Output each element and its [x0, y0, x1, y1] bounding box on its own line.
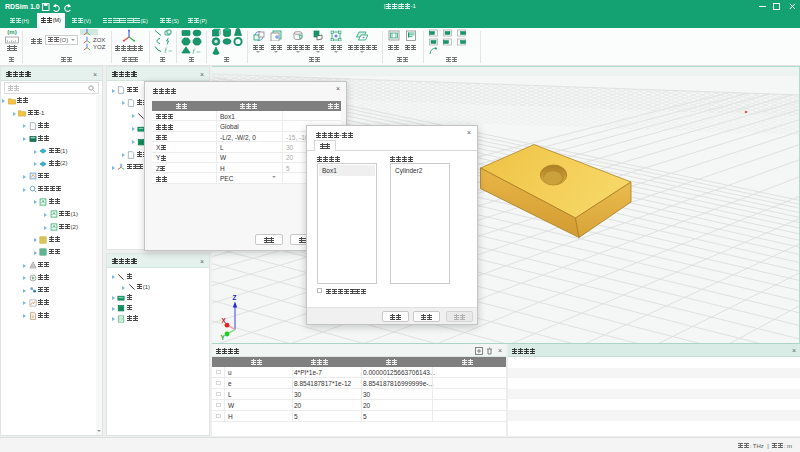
svg-text:f: f — [165, 46, 168, 53]
svg-text:Z: Z — [233, 294, 237, 301]
svg-text:X: X — [222, 317, 227, 324]
svg-text:f: f — [193, 47, 196, 54]
svg-text:Y: Y — [221, 334, 226, 340]
